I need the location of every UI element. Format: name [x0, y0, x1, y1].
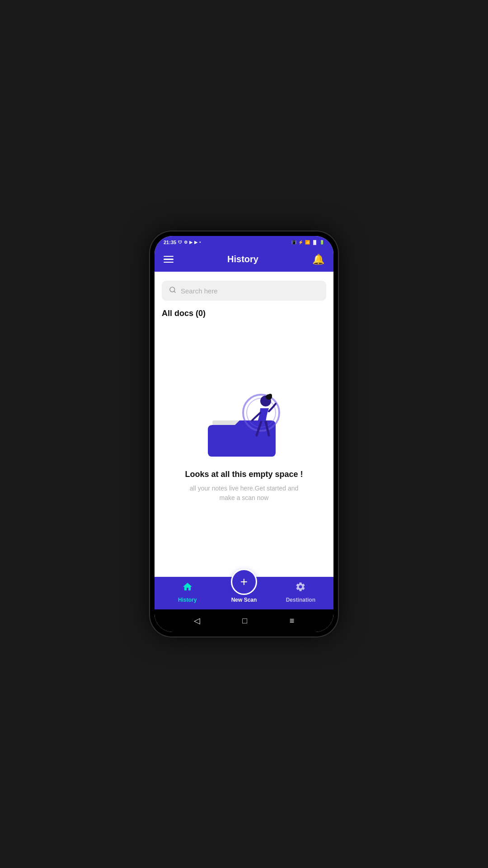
empty-subtitle: all your notes live here.Get started and… [185, 484, 303, 503]
status-bar: 21:35 🛡 ⚙ ▶ ▶ • 📳 ⚡ 📶 ▐▌ 🔋 [155, 236, 333, 249]
header: History 🔔 [155, 249, 333, 272]
media-icon: ▶ [189, 240, 192, 245]
dot-icon: • [199, 240, 201, 245]
fab-container: + New Scan [216, 569, 272, 603]
bottom-nav-inner: History + New Scan Destinat [155, 577, 333, 609]
settings-icon: ⚙ [184, 240, 188, 245]
search-bar[interactable]: Search here [162, 281, 326, 301]
new-scan-fab[interactable]: + [231, 569, 257, 595]
hamburger-line-2 [164, 259, 174, 260]
back-button[interactable]: ◁ [192, 614, 202, 627]
android-nav: ◁ □ ≡ [155, 609, 333, 632]
hamburger-line-1 [164, 256, 174, 257]
page-title: History [227, 254, 258, 264]
svg-rect-3 [212, 420, 239, 425]
shield-icon: 🛡 [178, 240, 182, 245]
destination-label: Destination [286, 597, 315, 603]
bottom-nav: History + New Scan Destinat [155, 577, 333, 609]
hamburger-line-3 [164, 262, 174, 263]
svg-point-8 [268, 394, 272, 397]
empty-state: Looks at all this empty space ! all your… [162, 316, 326, 568]
recents-button[interactable]: ≡ [288, 614, 296, 627]
vibrate-icon: 📳 [291, 240, 296, 245]
search-icon [169, 286, 176, 295]
time-display: 21:35 [164, 240, 176, 245]
empty-illustration [199, 382, 289, 459]
status-left: 21:35 🛡 ⚙ ▶ ▶ • [164, 240, 201, 245]
phone-screen: 21:35 🛡 ⚙ ▶ ▶ • 📳 ⚡ 📶 ▐▌ 🔋 Histo [155, 236, 333, 632]
signal-icon: ▐▌ [312, 240, 318, 245]
media2-icon: ▶ [194, 240, 197, 245]
home-button[interactable]: □ [240, 614, 249, 627]
empty-title: Looks at all this empty space ! [185, 470, 303, 479]
battery-icon: 🔋 [319, 240, 324, 245]
search-placeholder: Search here [181, 287, 218, 295]
wifi-icon: 📶 [305, 240, 310, 245]
nav-item-history[interactable]: History [159, 581, 216, 603]
menu-button[interactable] [164, 256, 174, 263]
status-right: 📳 ⚡ 📶 ▐▌ 🔋 [291, 240, 324, 245]
home-icon [182, 581, 193, 595]
bell-icon[interactable]: 🔔 [312, 255, 324, 264]
svg-line-1 [174, 291, 175, 292]
gear-icon [295, 581, 306, 595]
nav-item-destination[interactable]: Destination [272, 581, 329, 603]
history-label: History [178, 597, 197, 603]
main-content: Search here All docs (0) [155, 272, 333, 577]
phone-frame: 21:35 🛡 ⚙ ▶ ▶ • 📳 ⚡ 📶 ▐▌ 🔋 Histo [149, 231, 339, 637]
flash-icon: ⚡ [298, 240, 303, 245]
new-scan-label: New Scan [231, 597, 257, 603]
plus-icon: + [240, 576, 248, 588]
